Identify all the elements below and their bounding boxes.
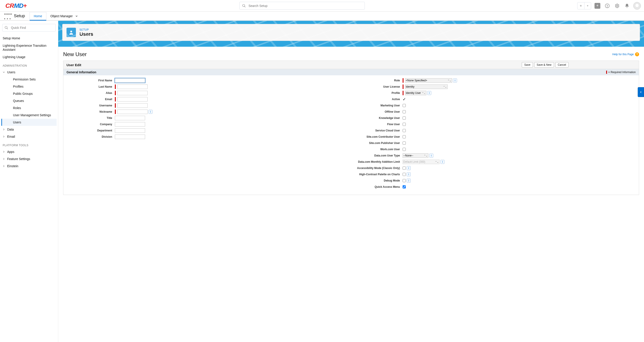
side-user-mgmt-settings[interactable]: User Management Settings bbox=[1, 112, 57, 119]
select-dc-user-type[interactable]: --None-- bbox=[402, 153, 428, 158]
side-lightning-transition[interactable]: Lightning Experience Transition Assistan… bbox=[1, 42, 57, 53]
label-profile: Profile bbox=[356, 91, 402, 95]
svg-point-0 bbox=[242, 4, 245, 6]
label-email: Email bbox=[68, 98, 115, 101]
label-debug: Debug Mode bbox=[356, 179, 402, 182]
check-icon: ✓ bbox=[402, 97, 406, 102]
side-feature-settings-group[interactable]: Feature Settings bbox=[1, 155, 57, 163]
page-title: New User bbox=[63, 51, 87, 57]
save-button[interactable]: Save bbox=[522, 62, 533, 67]
select-profile[interactable]: Identity User bbox=[405, 91, 426, 95]
info-icon[interactable]: i bbox=[453, 78, 457, 82]
svg-point-5 bbox=[5, 26, 7, 29]
checkbox-site-publisher[interactable] bbox=[402, 142, 406, 145]
banner-card: SETUP Users bbox=[62, 24, 640, 41]
chevron-right-icon bbox=[2, 157, 5, 161]
info-icon[interactable]: i bbox=[407, 166, 411, 170]
info-icon[interactable]: i bbox=[427, 91, 431, 95]
input-last-name[interactable] bbox=[117, 84, 148, 89]
star-icon[interactable]: ★ bbox=[578, 2, 584, 9]
setup-sidebar: Setup Home Lightning Experience Transiti… bbox=[0, 21, 58, 342]
side-panel-toggle[interactable] bbox=[638, 87, 644, 97]
side-roles[interactable]: Roles bbox=[1, 104, 57, 112]
checkbox-work-user[interactable] bbox=[402, 148, 406, 151]
favorites-dropdown[interactable]: ▾ bbox=[584, 2, 591, 9]
group-platform-tools: PLATFORM TOOLS bbox=[1, 140, 57, 148]
quick-find-input[interactable] bbox=[2, 24, 56, 31]
checkbox-marketing-user[interactable] bbox=[402, 104, 406, 107]
info-icon[interactable]: i bbox=[407, 172, 411, 176]
required-mark-icon bbox=[115, 97, 116, 102]
required-mark-icon bbox=[402, 78, 404, 83]
input-email[interactable] bbox=[117, 97, 148, 102]
side-users-active[interactable]: Users bbox=[1, 119, 57, 126]
help-link[interactable]: Help for this Page ? bbox=[612, 52, 639, 56]
tab-home[interactable]: Home bbox=[30, 12, 46, 20]
app-launcher-icon[interactable] bbox=[4, 12, 12, 20]
label-last-name: Last Name bbox=[68, 85, 115, 88]
user-icon bbox=[66, 28, 76, 37]
checkbox-flow-user[interactable] bbox=[402, 123, 406, 126]
side-einstein-group[interactable]: Einstein bbox=[1, 163, 57, 170]
section-general-info: General Information bbox=[66, 70, 96, 74]
tab-object-manager[interactable]: Object Manager bbox=[46, 12, 82, 20]
checkbox-debug-mode[interactable] bbox=[402, 179, 406, 182]
required-legend: = Required Information bbox=[606, 71, 636, 74]
breadcrumb: SETUP bbox=[80, 28, 89, 31]
page-banner: SETUP Users bbox=[58, 21, 644, 47]
side-profiles[interactable]: Profiles bbox=[1, 83, 57, 90]
header-actions: ★ ▾ + bbox=[577, 2, 641, 10]
content-scroll[interactable]: New User Help for this Page ? User Edit … bbox=[58, 47, 644, 342]
input-nickname[interactable] bbox=[117, 110, 148, 114]
input-username[interactable] bbox=[117, 103, 148, 108]
chevron-right-icon bbox=[2, 128, 5, 131]
checkbox-quick-access[interactable] bbox=[402, 185, 406, 188]
side-users-group[interactable]: Users bbox=[1, 69, 57, 76]
info-icon[interactable]: i bbox=[440, 160, 444, 164]
input-alias[interactable] bbox=[117, 91, 148, 95]
user-edit-panel: User Edit Save Save & New Cancel General… bbox=[63, 61, 639, 195]
input-company[interactable] bbox=[115, 122, 145, 127]
avatar[interactable] bbox=[633, 2, 641, 10]
input-first-name[interactable] bbox=[115, 78, 145, 83]
input-department[interactable] bbox=[115, 128, 145, 133]
svg-point-3 bbox=[607, 7, 607, 7]
side-permission-sets[interactable]: Permission Sets bbox=[1, 76, 57, 83]
label-role: Role bbox=[356, 79, 402, 82]
label-flow: Flow User bbox=[356, 123, 402, 126]
bell-icon[interactable] bbox=[624, 2, 630, 9]
side-email-group[interactable]: Email bbox=[1, 133, 57, 140]
favorites-group[interactable]: ★ ▾ bbox=[577, 2, 591, 9]
select-role[interactable]: <None Specified> bbox=[405, 78, 452, 83]
side-public-groups[interactable]: Public Groups bbox=[1, 90, 57, 97]
cancel-button[interactable]: Cancel bbox=[555, 62, 568, 67]
side-lightning-usage[interactable]: Lightning Usage bbox=[1, 53, 57, 61]
chevron-left-icon bbox=[639, 91, 642, 94]
input-division[interactable] bbox=[115, 135, 145, 139]
input-title[interactable] bbox=[115, 116, 145, 120]
global-search-input[interactable] bbox=[239, 2, 365, 10]
add-button[interactable]: + bbox=[594, 2, 601, 9]
label-dc-type: Data.com User Type bbox=[356, 154, 402, 157]
side-data-group[interactable]: Data bbox=[1, 126, 57, 133]
checkbox-offline-user[interactable] bbox=[402, 110, 406, 113]
side-queues[interactable]: Queues bbox=[1, 97, 57, 104]
info-icon[interactable]: i bbox=[429, 154, 433, 158]
save-and-new-button[interactable]: Save & New bbox=[534, 62, 554, 67]
global-header: CRMD+ ★ ▾ + bbox=[0, 0, 644, 12]
info-icon[interactable]: i bbox=[148, 110, 152, 114]
help-icon[interactable] bbox=[604, 2, 611, 9]
chevron-right-icon bbox=[2, 135, 5, 138]
checkbox-service-cloud-user[interactable] bbox=[402, 129, 406, 132]
side-apps-group[interactable]: Apps bbox=[1, 148, 57, 155]
checkbox-high-contrast[interactable] bbox=[402, 173, 406, 176]
info-icon[interactable]: i bbox=[407, 178, 411, 183]
checkbox-site-contributor[interactable] bbox=[402, 135, 406, 138]
side-setup-home[interactable]: Setup Home bbox=[1, 35, 57, 42]
select-license[interactable]: Identity bbox=[405, 84, 448, 89]
checkbox-accessibility[interactable] bbox=[402, 167, 406, 170]
label-nickname: Nickname bbox=[68, 110, 115, 113]
chevron-down-icon bbox=[2, 71, 5, 74]
gear-icon[interactable] bbox=[614, 2, 621, 9]
checkbox-knowledge-user[interactable] bbox=[402, 117, 406, 120]
